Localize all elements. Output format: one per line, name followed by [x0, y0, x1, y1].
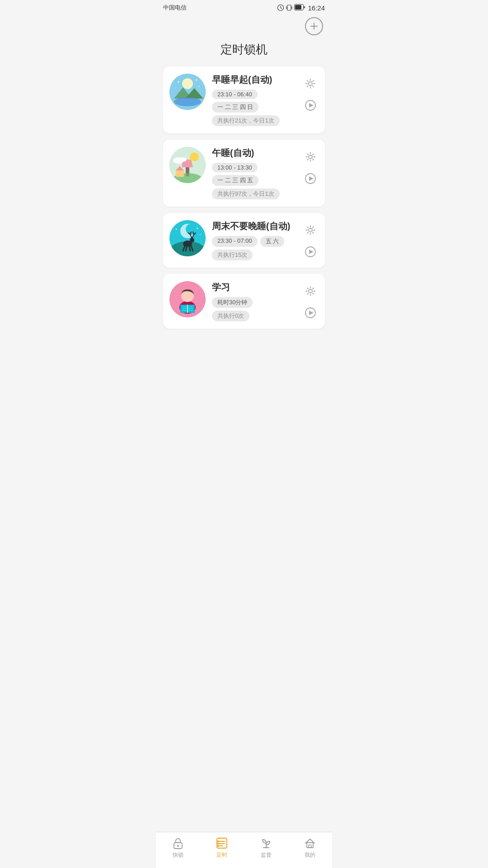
nav-item-schedule[interactable]: 定时	[200, 837, 244, 859]
thumb-illustration-2	[169, 147, 206, 183]
play-icon	[304, 307, 317, 319]
card-title-weekend: 周末不要晚睡(自动)	[212, 220, 296, 232]
svg-point-10	[174, 97, 201, 106]
bottom-nav: 快锁 定时 监督	[156, 832, 332, 868]
gear-icon	[304, 151, 317, 163]
stats-nap: 共执行97次，今日1次	[212, 189, 280, 199]
card-title-early-sleep: 早睡早起(自动)	[212, 74, 296, 86]
play-icon	[304, 245, 317, 258]
clock-icon	[277, 4, 284, 11]
svg-point-12	[196, 80, 197, 81]
plant-icon	[260, 837, 272, 849]
gear-icon	[304, 77, 317, 90]
svg-point-27	[309, 155, 312, 159]
svg-marker-16	[309, 103, 314, 108]
svg-point-23	[179, 157, 187, 162]
plus-icon	[309, 21, 319, 31]
schedule-card-study: 学习 耗时30分钟 共执行0次	[163, 274, 325, 329]
settings-button-nap[interactable]	[302, 149, 319, 165]
card-actions-study	[302, 281, 319, 321]
battery-text	[294, 4, 305, 12]
nav-label-monitor: 监督	[261, 851, 272, 859]
play-icon	[304, 172, 317, 185]
content-area: 早睡早起(自动) 23:10 - 06:40 一 二 三 四 日 共执行21次，…	[156, 66, 332, 369]
lock-icon	[172, 837, 184, 849]
header	[156, 14, 332, 37]
svg-rect-1	[287, 5, 291, 10]
play-icon	[304, 99, 317, 112]
svg-point-68	[218, 843, 219, 844]
card-actions-weekend	[302, 220, 319, 260]
card-content-nap: 午睡(自动) 13:00 - 13:30 一 二 三 四 五 共执行97次，今日…	[212, 147, 296, 199]
vibrate-icon	[286, 4, 292, 11]
svg-rect-3	[295, 5, 301, 9]
svg-line-38	[189, 246, 190, 251]
card-content-early-sleep: 早睡早起(自动) 23:10 - 06:40 一 二 三 四 日 共执行21次，…	[212, 74, 296, 126]
play-button-study[interactable]	[302, 305, 319, 321]
svg-point-42	[200, 234, 201, 235]
time-display: 16:24	[308, 4, 325, 12]
nav-label-schedule: 定时	[216, 851, 227, 859]
thumb-illustration-4	[169, 281, 206, 317]
svg-point-61	[177, 845, 179, 847]
card-thumb-study	[169, 281, 206, 317]
svg-point-57	[309, 289, 312, 293]
stats-early-sleep: 共执行21次，今日1次	[212, 115, 280, 126]
home-icon	[304, 837, 316, 849]
card-title-nap: 午睡(自动)	[212, 147, 296, 159]
time-tag-weekend: 23:30 - 07:00	[212, 236, 258, 247]
card-tags-early-sleep: 23:10 - 06:40 一 二 三 四 日	[212, 90, 296, 113]
stats-weekend: 共执行15次	[212, 250, 253, 260]
nav-item-quick-lock[interactable]: 快锁	[156, 837, 200, 859]
card-content-weekend: 周末不要晚睡(自动) 23:30 - 07:00 五 六 共执行15次	[212, 220, 296, 260]
days-tag-nap: 一 二 三 四 五	[212, 175, 258, 186]
page-title: 定时锁机	[156, 37, 332, 66]
card-content-study: 学习 耗时30分钟 共执行0次	[212, 281, 296, 321]
duration-tag-study: 耗时30分钟	[212, 297, 253, 308]
gear-icon	[304, 285, 317, 297]
add-schedule-button[interactable]	[305, 17, 323, 35]
card-tags-nap: 13:00 - 13:30 一 二 三 四 五	[212, 163, 296, 186]
card-thumb-nap	[169, 147, 206, 183]
card-thumb-weekend	[169, 220, 206, 256]
card-actions-early-sleep	[302, 74, 319, 113]
card-title-study: 学习	[212, 281, 296, 293]
days-tag-early-sleep: 一 二 三 四 日	[212, 102, 258, 113]
time-tag-early-sleep: 23:10 - 06:40	[212, 90, 258, 99]
svg-line-37	[186, 246, 187, 251]
schedule-card-early-sleep: 早睡早起(自动) 23:10 - 06:40 一 二 三 四 日 共执行21次，…	[163, 66, 325, 133]
nav-item-monitor[interactable]: 监督	[244, 837, 288, 859]
svg-point-41	[197, 228, 198, 229]
days-tag-weekend: 五 六	[260, 236, 285, 247]
nav-item-mine[interactable]: 我的	[288, 837, 333, 859]
svg-point-7	[182, 78, 193, 89]
card-tags-weekend: 23:30 - 07:00 五 六	[212, 236, 296, 247]
play-button-nap[interactable]	[302, 170, 319, 187]
status-bar: 中国电信 16:24	[156, 0, 332, 14]
schedule-icon	[216, 837, 228, 849]
schedule-card-weekend: 周末不要晚睡(自动) 23:30 - 07:00 五 六 共执行15次	[163, 213, 325, 268]
thumb-illustration-3	[169, 220, 206, 256]
svg-rect-25	[176, 170, 184, 177]
svg-marker-29	[309, 176, 314, 181]
thumb-illustration-1	[169, 74, 206, 110]
settings-button-study[interactable]	[302, 283, 319, 299]
card-thumb-early-sleep	[169, 74, 206, 110]
svg-point-67	[218, 841, 219, 842]
play-button-early-sleep[interactable]	[302, 97, 319, 113]
settings-button-weekend[interactable]	[302, 222, 319, 238]
svg-rect-72	[309, 845, 311, 848]
svg-marker-59	[309, 311, 314, 315]
play-button-weekend[interactable]	[302, 244, 319, 260]
svg-point-11	[178, 81, 179, 83]
schedule-card-nap: 午睡(自动) 13:00 - 13:30 一 二 三 四 五 共执行97次，今日…	[163, 140, 325, 207]
svg-point-14	[309, 82, 312, 85]
svg-point-43	[309, 228, 312, 232]
card-tags-study: 耗时30分钟	[212, 297, 296, 308]
battery-icon	[294, 4, 305, 10]
card-actions-nap	[302, 147, 319, 187]
stats-study: 共执行0次	[212, 311, 249, 321]
settings-button-early-sleep[interactable]	[302, 75, 319, 92]
svg-marker-45	[309, 250, 314, 254]
nav-label-quick-lock: 快锁	[173, 851, 183, 859]
